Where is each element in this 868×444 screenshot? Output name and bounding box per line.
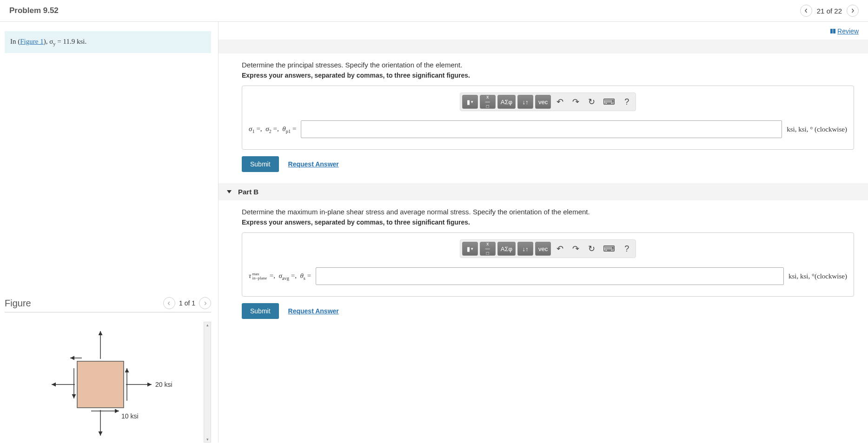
next-problem-button[interactable] [847, 5, 859, 17]
chevron-right-icon [850, 8, 855, 13]
collapse-caret-icon [227, 190, 232, 193]
prev-problem-button[interactable] [800, 5, 812, 17]
part-b-request-answer-link[interactable]: Request Answer [288, 307, 339, 315]
figure-next-button[interactable] [199, 297, 211, 309]
figure-label-10: 10 ksi [121, 412, 139, 420]
scroll-down-icon[interactable]: ▾ [205, 437, 210, 442]
figure-section: Figure 1 of 1 [5, 297, 211, 443]
figure-title: Figure [5, 298, 31, 309]
chevron-right-icon [203, 301, 207, 305]
review-link[interactable]: Review [830, 27, 859, 35]
part-b-submit-button[interactable]: Submit [242, 303, 279, 319]
chevron-left-icon [804, 8, 808, 13]
figure-scrollbar[interactable]: ▴ ▾ [204, 322, 211, 443]
part-a: Determine the principal stresses. Specif… [219, 53, 868, 183]
problem-position: 21 of 22 [817, 7, 842, 15]
right-pane: Review Determine the principal stresses.… [219, 22, 868, 443]
subsup-button[interactable]: ↓↑ [517, 95, 533, 109]
redo-button[interactable]: ↷ [569, 95, 583, 109]
figure-prev-button[interactable] [163, 297, 175, 309]
problem-nav: 21 of 22 [800, 5, 859, 17]
keyboard-button[interactable]: ⌨ [600, 95, 618, 109]
scroll-up-icon[interactable]: ▴ [205, 322, 210, 328]
part-b-answer-box: ▮▾ x―□ ΑΣφ ↓↑ vec ↶ ↷ ↻ ⌨ ? τmaxin−plane… [242, 232, 854, 297]
part-b-prompt: Determine the maximum in-plane shear str… [242, 208, 854, 216]
figure-label-20: 20 ksi [155, 381, 172, 388]
keyboard-button[interactable]: ⌨ [600, 242, 618, 256]
part-a-var-label: σ1 =, σ2 =, θp1 = [249, 125, 296, 134]
part-b-units: ksi, ksi, °(clockwise) [788, 272, 847, 280]
given-info: In (Figure 1), σy = 11.9 ksi. [5, 31, 211, 53]
reset-button[interactable]: ↻ [584, 242, 598, 256]
help-button[interactable]: ? [620, 242, 634, 256]
figure-pager: 1 of 1 [163, 297, 211, 309]
part-b-var-label: τmaxin−plane =, σavg =, θs = [249, 272, 311, 281]
redo-button[interactable]: ↷ [569, 242, 583, 256]
figure-image: 20 ksi 10 ksi [5, 322, 201, 443]
vec-button[interactable]: vec [535, 242, 551, 256]
greek-button[interactable]: ΑΣφ [497, 95, 516, 109]
part-a-prompt: Determine the principal stresses. Specif… [242, 61, 854, 69]
part-b-title: Part B [238, 188, 258, 196]
vec-button[interactable]: vec [535, 95, 551, 109]
fraction-button[interactable]: x―□ [480, 95, 496, 109]
equation-toolbar-b: ▮▾ x―□ ΑΣφ ↓↑ vec ↶ ↷ ↻ ⌨ ? [460, 239, 636, 258]
subsup-button[interactable]: ↓↑ [517, 242, 533, 256]
undo-button[interactable]: ↶ [553, 242, 567, 256]
help-button[interactable]: ? [620, 95, 634, 109]
undo-button[interactable]: ↶ [553, 95, 567, 109]
problem-title: Problem 9.52 [9, 6, 59, 15]
part-a-submit-button[interactable]: Submit [242, 156, 279, 172]
equation-toolbar-a: ▮▾ x―□ ΑΣφ ↓↑ vec ↶ ↷ ↻ ⌨ ? [460, 93, 636, 111]
part-b-header[interactable]: Part B [219, 183, 868, 200]
fraction-button[interactable]: x―□ [480, 242, 496, 256]
review-icon [830, 29, 835, 33]
part-b-input[interactable] [316, 267, 784, 285]
part-a-input[interactable] [301, 120, 782, 138]
left-pane: In (Figure 1), σy = 11.9 ksi. Figure 1 o… [0, 22, 219, 443]
templates-button[interactable]: ▮▾ [462, 242, 478, 256]
part-b: Determine the maximum in-plane shear str… [219, 200, 868, 330]
greek-button[interactable]: ΑΣφ [497, 242, 516, 256]
part-a-instruct: Express your answers, separated by comma… [242, 72, 854, 79]
part-a-request-answer-link[interactable]: Request Answer [288, 160, 339, 168]
part-a-units: ksi, ksi, ° (clockwise) [787, 126, 847, 133]
figure-link[interactable]: Figure 1 [20, 38, 43, 45]
templates-button[interactable]: ▮▾ [462, 95, 478, 109]
reset-button[interactable]: ↻ [584, 95, 598, 109]
part-a-bar [219, 40, 868, 53]
svg-rect-0 [77, 361, 124, 408]
part-a-answer-box: ▮▾ x―□ ΑΣφ ↓↑ vec ↶ ↷ ↻ ⌨ ? σ1 =, σ2 =, … [242, 86, 854, 150]
part-b-instruct: Express your answers, separated by comma… [242, 219, 854, 226]
chevron-left-icon [167, 301, 171, 305]
page-header: Problem 9.52 21 of 22 [0, 0, 868, 22]
